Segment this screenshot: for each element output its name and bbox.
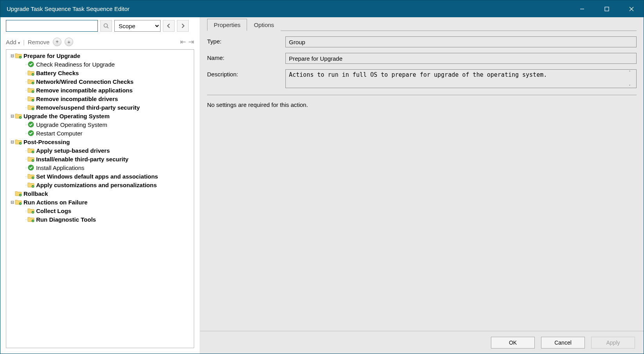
collapse-icon[interactable]: ⊟ — [9, 200, 15, 205]
tab-options[interactable]: Options — [247, 19, 281, 31]
tree-item[interactable]: ·· Restart Computer — [7, 129, 193, 137]
tree-item-label: Run Actions on Failure — [23, 199, 88, 206]
tree-item-label: Install/enable third-party security — [36, 156, 128, 163]
tree-spacer — [20, 96, 25, 101]
tree-spacer — [20, 88, 25, 92]
window-controls — [570, 0, 644, 17]
tree-item[interactable]: ⊟Upgrade the Operating System — [7, 112, 193, 120]
folder-icon — [15, 113, 22, 119]
tree-item[interactable]: ·· Remove/suspend third-party security — [7, 103, 193, 112]
folder-icon — [27, 208, 34, 214]
add-button[interactable]: Add ▾ — [6, 39, 20, 45]
tree-spacer — [20, 148, 25, 153]
description-field[interactable] — [285, 69, 637, 88]
tree-item-label: Remove incompatible applications — [36, 87, 133, 94]
tree-item[interactable]: ·· Remove incompatible drivers — [7, 94, 193, 103]
folder-icon — [27, 104, 34, 110]
scroll-down-icon[interactable]: ˅ — [629, 84, 636, 88]
tree-item-label: Remove/suspend third-party security — [36, 104, 140, 111]
tree-spacer — [20, 182, 25, 187]
tree-item[interactable]: ·· Apply customizations and personalizat… — [7, 181, 193, 189]
scope-select[interactable]: Scope — [114, 20, 161, 32]
move-up-icon[interactable] — [53, 38, 61, 46]
tree-item[interactable]: ·· Install Applications — [7, 163, 193, 172]
tree-item[interactable]: ·· Remove incompatible applications — [7, 86, 193, 94]
tree-item[interactable]: ⊟Post-Processing — [7, 137, 193, 146]
tree-item-label: Upgrade Operating System — [36, 121, 107, 128]
move-down-icon[interactable] — [65, 38, 73, 46]
settings-message: No settings are required for this action… — [207, 101, 637, 108]
collapse-icon[interactable]: ⊟ — [9, 114, 15, 119]
search-icon[interactable] — [100, 20, 112, 32]
close-button[interactable] — [619, 0, 644, 17]
tree-item-label: Network/Wired Connection Checks — [36, 78, 133, 85]
window: Upgrade Task Sequence Task Sequence Edit… — [0, 0, 644, 354]
maximize-button[interactable] — [594, 0, 619, 17]
scroll-up-icon[interactable]: ˄ — [629, 70, 636, 74]
tree-spacer — [20, 174, 25, 179]
folder-icon — [27, 216, 34, 222]
tree-spacer — [20, 105, 25, 110]
tree-item[interactable]: ·· Network/Wired Connection Checks — [7, 77, 193, 86]
tree-item[interactable]: Rollback — [7, 189, 193, 198]
tree-item-label: Collect Logs — [36, 208, 71, 214]
tab-properties[interactable]: Properties — [207, 19, 247, 31]
left-pane: Scope Add ▾ | Remove — [0, 17, 200, 354]
tree-item-label: Post-Processing — [23, 139, 70, 145]
folder-icon — [27, 78, 34, 85]
tree-item-label: Run Diagnostic Tools — [36, 216, 96, 223]
search-input[interactable] — [6, 20, 98, 32]
folder-icon — [27, 70, 34, 76]
tree-item[interactable]: ·· Run Diagnostic Tools — [7, 215, 193, 224]
tree-item[interactable]: ·· Install/enable third-party security — [7, 155, 193, 163]
search-toolbar: Scope — [0, 17, 200, 34]
description-label: Description: — [207, 69, 285, 78]
tree-item[interactable]: ·· Apply setup-based drivers — [7, 146, 193, 155]
tree-item-label: Restart Computer — [36, 130, 82, 137]
svg-point-4 — [104, 24, 108, 27]
tree-item-label: Install Applications — [36, 164, 84, 171]
tree-item[interactable]: ·· Collect Logs — [7, 206, 193, 215]
minimize-button[interactable] — [570, 0, 594, 17]
task-tree[interactable]: ⊟Prepare for Upgrade ·· Check Readiness … — [6, 49, 194, 348]
tree-item[interactable]: ·· Set Windows default apps and associat… — [7, 172, 193, 181]
folder-icon — [27, 147, 34, 154]
nav-back-button[interactable] — [163, 20, 175, 32]
remove-button[interactable]: Remove — [28, 39, 50, 45]
folder-icon — [27, 173, 34, 179]
folder-icon — [27, 96, 34, 102]
nav-forward-button[interactable] — [177, 20, 189, 32]
folder-icon — [15, 199, 22, 205]
check-icon — [27, 121, 34, 128]
folder-icon — [27, 182, 34, 188]
tree-item-label: Rollback — [23, 190, 48, 197]
folder-icon — [27, 156, 34, 162]
tree-item[interactable]: ·· Upgrade Operating System — [7, 120, 193, 129]
folder-icon — [15, 190, 22, 197]
type-field — [285, 36, 637, 47]
tree-spacer — [20, 62, 25, 67]
svg-line-5 — [107, 27, 109, 29]
collapse-icon[interactable]: ⊟ — [9, 139, 15, 144]
tree-item-label: Battery Checks — [36, 70, 79, 76]
cancel-button[interactable]: Cancel — [541, 337, 585, 349]
tree-item[interactable]: ⊟Prepare for Upgrade — [7, 51, 193, 60]
tree-spacer — [20, 217, 25, 222]
svg-rect-1 — [605, 7, 609, 11]
tree-item[interactable]: ·· Check Readiness for Upgrade — [7, 60, 193, 69]
outdent-icon[interactable]: ⇤ — [180, 38, 186, 46]
content: Scope Add ▾ | Remove — [0, 17, 644, 354]
collapse-icon[interactable]: ⊟ — [9, 53, 15, 58]
right-pane: Properties Options Type: Name: D — [200, 17, 644, 354]
tree-item-label: Apply setup-based drivers — [36, 147, 110, 154]
ok-button[interactable]: OK — [491, 337, 535, 349]
name-field[interactable] — [285, 53, 637, 64]
tree-item[interactable]: ⊟Run Actions on Failure — [7, 198, 193, 206]
dialog-buttons: OK Cancel Apply — [200, 331, 644, 354]
tree-item[interactable]: ·· Battery Checks — [7, 69, 193, 77]
window-title: Upgrade Task Sequence Task Sequence Edit… — [7, 5, 570, 12]
indent-icon[interactable]: ⇥ — [188, 38, 194, 46]
folder-icon — [27, 87, 34, 93]
check-icon — [27, 130, 34, 136]
tree-spacer — [20, 122, 25, 127]
